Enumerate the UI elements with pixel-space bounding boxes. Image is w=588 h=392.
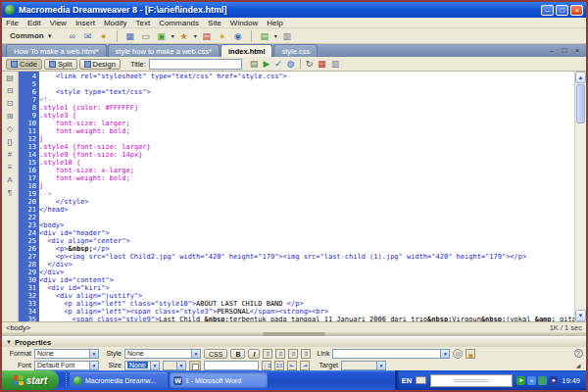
menu-edit[interactable]: Edit <box>27 19 41 27</box>
navy-red-tray-icon[interactable]: ● <box>549 376 558 385</box>
menu-view[interactable]: View <box>50 19 67 27</box>
align-right-icon[interactable]: ≡ <box>288 349 298 359</box>
document-title-input[interactable] <box>149 59 242 70</box>
point-to-file-icon[interactable]: ◎ <box>453 349 463 359</box>
browse-folder-icon[interactable]: ▄ <box>466 349 475 359</box>
scrollbar-thumb[interactable] <box>576 84 585 123</box>
collapse-full-tag-icon[interactable]: ⊟ <box>7 87 14 95</box>
refresh-icon[interactable]: ↻ <box>306 59 314 70</box>
select-parent-tag-icon[interactable]: ◇ <box>7 125 13 133</box>
link-input[interactable]: ▼ <box>332 349 450 359</box>
css-button[interactable]: CSS <box>204 349 227 359</box>
green-tray-icon[interactable] <box>538 376 547 385</box>
text-color-picker[interactable] <box>189 361 201 370</box>
document-tab[interactable]: How To make a web.html* <box>6 44 107 57</box>
document-tab[interactable]: style.css <box>273 44 318 57</box>
templates-icon[interactable]: ▤ <box>259 30 270 42</box>
size-select[interactable]: None ▼ <box>124 361 160 370</box>
chevron-down-icon[interactable]: ▾ <box>172 32 174 39</box>
visual-aids-icon[interactable]: ▥ <box>331 59 340 70</box>
minimize-button[interactable]: – <box>541 5 554 16</box>
menu-file[interactable]: File <box>6 19 19 27</box>
align-justify-icon[interactable]: ≡ <box>301 349 311 359</box>
align-left-icon[interactable]: ≡ <box>263 349 272 359</box>
document-tab-active[interactable]: index.html <box>220 44 273 57</box>
syntax-coloring-icon[interactable]: A <box>7 176 12 184</box>
keyboard-layout-icon[interactable] <box>416 376 426 384</box>
splitter-grip-icon[interactable] <box>263 332 325 336</box>
table-icon[interactable]: ▦ <box>124 30 136 42</box>
menu-modify[interactable]: Modify <box>104 19 127 27</box>
align-center-icon[interactable]: ≡ <box>275 349 285 359</box>
expand-all-icon[interactable]: ⊞ <box>7 113 14 121</box>
image-icon[interactable]: ▣ <box>156 30 168 42</box>
browser-check-icon[interactable]: ◍ <box>287 59 295 70</box>
panel-expander-icon[interactable]: ◢ <box>576 362 581 368</box>
named-anchor-icon[interactable]: ● <box>98 30 110 42</box>
menu-help[interactable]: Help <box>267 19 282 27</box>
email-link-icon[interactable]: ✉ <box>82 30 94 42</box>
italic-button[interactable]: I <box>248 349 260 359</box>
scroll-down-icon[interactable]: ▼ <box>575 310 586 321</box>
auto-indent-icon[interactable]: ¶ <box>8 189 12 197</box>
view-options-icon[interactable]: ▦ <box>318 59 326 70</box>
doc-restore-button[interactable]: □ <box>560 46 569 55</box>
style-select[interactable]: None ▼ <box>124 349 201 359</box>
ordered-list-icon[interactable]: 1≡ <box>274 361 284 370</box>
panel-splitter[interactable] <box>2 332 586 336</box>
vertical-scrollbar[interactable]: ▲ ▼ <box>574 72 586 321</box>
green-arrow-tray-icon[interactable]: ➤ <box>516 376 525 385</box>
scroll-up-icon[interactable]: ▲ <box>575 72 586 83</box>
insert-category-dropdown[interactable]: Common ▼ <box>10 31 53 40</box>
hyperlink-icon[interactable]: ∞ <box>67 30 78 42</box>
lock-icon[interactable]: ● <box>217 30 228 42</box>
split-view-button[interactable]: Split <box>44 59 77 70</box>
code-editor[interactable]: <link rel="stylesheet" type="text/css" h… <box>39 72 574 321</box>
color-value-input[interactable] <box>204 361 259 370</box>
validate-markup-icon[interactable]: ✓ <box>274 59 282 70</box>
line-numbers-icon[interactable]: # <box>8 151 12 159</box>
menu-site[interactable]: Site <box>208 19 221 27</box>
menu-window[interactable]: Window <box>230 19 258 27</box>
close-button[interactable]: × <box>570 5 583 16</box>
media-icon[interactable]: ★ <box>178 30 190 42</box>
system-tray: EN ➤«● 19:49 <box>395 370 586 390</box>
blue-chevron-tray-icon[interactable]: « <box>527 376 536 385</box>
open-documents-icon[interactable]: ▤ <box>6 74 14 82</box>
code-view-button[interactable]: Code <box>6 59 42 70</box>
outdent-icon[interactable]: ⇤ <box>287 361 297 370</box>
properties-header[interactable]: ▼ Properties <box>2 337 586 347</box>
document-tab[interactable]: style how to make a web.css* <box>108 44 220 57</box>
restore-button[interactable]: □ <box>556 5 568 16</box>
doc-minimize-button[interactable]: – <box>547 46 557 55</box>
doc-close-button[interactable]: × <box>572 46 582 55</box>
insert-div-icon[interactable]: ▭ <box>140 30 152 42</box>
menu-insert[interactable]: Insert <box>75 19 95 27</box>
design-view-button[interactable]: Design <box>79 59 121 70</box>
balance-braces-icon[interactable]: {} <box>7 138 12 146</box>
task-button[interactable]: W1 - Microsoft Word <box>170 372 268 388</box>
chevron-down-icon[interactable]: ▾ <box>194 32 197 39</box>
help-icon[interactable]: ? <box>574 349 583 358</box>
unordered-list-icon[interactable]: ⋮≡ <box>262 361 271 370</box>
task-button[interactable]: Macromedia Dreamw... <box>70 372 168 388</box>
menu-commands[interactable]: Commands <box>159 19 199 27</box>
menu-text[interactable]: Text <box>135 19 150 27</box>
start-button[interactable]: start <box>2 370 59 390</box>
highlight-invalid-icon[interactable]: ≡ <box>8 164 13 172</box>
line-number: 10 <box>19 120 36 127</box>
chevron-down-icon[interactable]: ▾ <box>274 32 277 39</box>
date-icon[interactable]: ▤ <box>201 30 213 42</box>
preview-in-browser-icon[interactable]: ▶ <box>263 59 270 70</box>
language-indicator[interactable]: EN <box>402 376 412 385</box>
comment-icon[interactable]: ◉ <box>232 30 244 42</box>
file-management-icon[interactable]: ▤ <box>250 59 259 70</box>
tag-chooser-icon[interactable]: ▥ <box>281 30 293 42</box>
indent-icon[interactable]: ⇥ <box>300 361 310 370</box>
dreamweaver-window: Macromedia Dreamweaver 8 - [F:\arief\ind… <box>0 0 588 392</box>
bold-button[interactable]: B <box>230 349 245 359</box>
tag-selector[interactable]: <body> <box>6 323 30 332</box>
collapse-selection-icon[interactable]: ⊡ <box>7 100 14 108</box>
format-select[interactable]: None ▼ <box>34 349 99 359</box>
font-select[interactable]: Default Font ▼ <box>34 361 99 370</box>
